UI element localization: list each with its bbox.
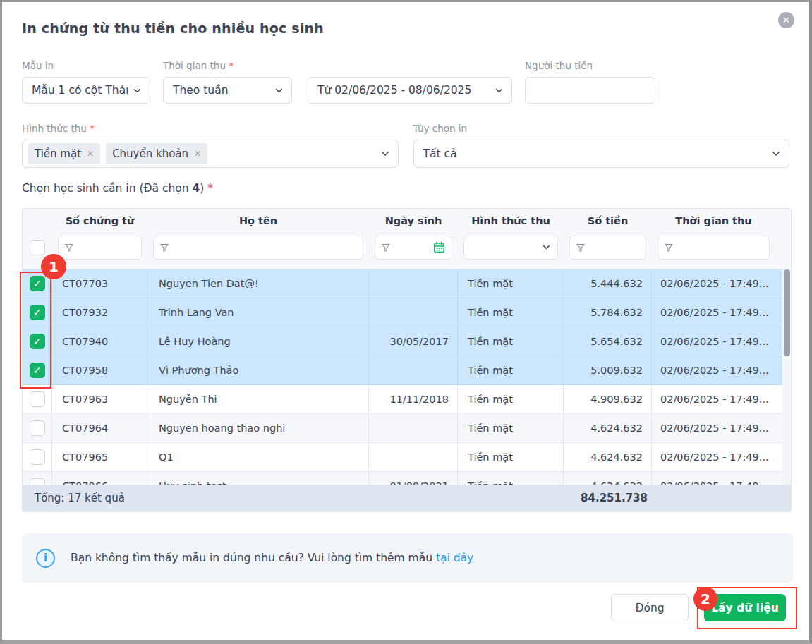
filter-icon [64, 243, 74, 253]
cell-receipt-code: CT07703 [52, 269, 147, 298]
row-checkbox[interactable] [30, 420, 45, 436]
cell-payment-method: Tiền mặt [458, 385, 564, 413]
filter-method-select[interactable] [463, 236, 558, 260]
collector-label: Người thu tiền [525, 60, 655, 71]
cell-dob [369, 269, 458, 298]
table-row[interactable]: CT07703 Nguyen Tien Dat@! Tiền mặt 5.444… [23, 269, 791, 298]
cell-dob [369, 414, 458, 442]
dialog-title: In chứng từ thu tiền cho nhiều học sinh [22, 20, 324, 36]
header-method: Hình thức thu [458, 215, 564, 226]
cell-receipt-code: CT07966 [52, 472, 147, 485]
print-option-label: Tùy chọn in [413, 123, 790, 134]
period-select[interactable]: Theo tuần [163, 77, 292, 104]
template-select[interactable]: Mẫu 1 có cột Tháng [22, 77, 150, 104]
cell-collect-time: 02/06/2025 - 17:49... [652, 443, 775, 471]
info-icon: i [36, 549, 55, 568]
cell-receipt-code: CT07965 [52, 443, 147, 471]
cell-receipt-code: CT07958 [52, 356, 147, 384]
row-checkbox[interactable] [30, 449, 45, 465]
row-checkbox[interactable] [30, 305, 45, 320]
header-code: Số chứng từ [52, 215, 147, 226]
template-label: Mẫu in [22, 60, 150, 71]
filter-code-input[interactable] [58, 236, 142, 260]
calendar-icon[interactable] [432, 241, 446, 254]
template-value: Mẫu 1 có cột Tháng [32, 84, 128, 97]
filter-time-input[interactable] [658, 236, 770, 260]
row-checkbox[interactable] [30, 276, 45, 291]
row-checkbox[interactable] [30, 478, 45, 485]
cell-student-name: Nguyen Tien Dat@! [147, 269, 369, 298]
payment-method-multiselect[interactable]: Tiền mặt ✕ Chuyển khoản ✕ [22, 140, 399, 168]
table-footer: Tổng: 17 kết quả 84.251.738 [23, 485, 791, 511]
table-row[interactable]: CT07964 Nguyen hoang thao nghi Tiền mặt … [23, 414, 791, 443]
row-checkbox[interactable] [30, 334, 45, 349]
cell-student-name: Nguyễn Thi [147, 385, 369, 413]
students-table: Số chứng từ Họ tên Ngày sinh Hình thức t… [22, 208, 792, 512]
form-row-2: Hình thức thu * Tiền mặt ✕ Chuyển khoản … [22, 123, 789, 168]
cell-dob: 01/09/2021 [369, 472, 458, 485]
filter-dob-input[interactable] [375, 236, 452, 260]
cell-payment-method: Tiền mặt [458, 327, 564, 356]
info-link[interactable]: tại đây [436, 552, 473, 564]
cell-student-name: Vì Phương Thảo [147, 356, 369, 384]
header-time: Thời gian thu [652, 215, 775, 226]
cell-student-name: Nguyen hoang thao nghi [147, 414, 369, 442]
cell-amount: 5.784.632 [564, 298, 652, 327]
header-name: Họ tên [147, 215, 369, 226]
close-button[interactable]: Đóng [611, 594, 689, 621]
cell-payment-method: Tiền mặt [458, 414, 564, 442]
chevron-down-icon [274, 85, 284, 96]
remove-tag-icon[interactable]: ✕ [194, 149, 201, 159]
date-range-select[interactable]: Từ 02/06/2025 - 08/06/2025 [308, 77, 512, 104]
cell-amount: 4.624.632 [564, 472, 652, 485]
chevron-down-icon [770, 148, 782, 159]
cell-payment-method: Tiền mặt [458, 356, 564, 384]
chevron-down-icon [380, 148, 391, 159]
collector-input[interactable] [525, 77, 655, 104]
dialog-header: In chứng từ thu tiền cho nhiều học sinh … [22, 20, 789, 36]
table-row[interactable]: CT07958 Vì Phương Thảo Tiền mặt 5.009.63… [23, 356, 791, 385]
filter-amount-input[interactable] [569, 236, 646, 260]
cell-dob [369, 443, 458, 471]
close-icon[interactable]: ✕ [778, 12, 794, 28]
print-option-select[interactable]: Tất cả [413, 140, 790, 168]
row-checkbox[interactable] [30, 391, 45, 407]
row-checkbox[interactable] [30, 363, 45, 378]
table-body: CT07703 Nguyen Tien Dat@! Tiền mặt 5.444… [23, 269, 791, 485]
print-option-value: Tất cả [423, 147, 767, 160]
cell-receipt-code: CT07964 [52, 414, 147, 442]
filter-name-input[interactable] [153, 236, 363, 260]
cell-receipt-code: CT07940 [52, 327, 147, 356]
tag-cash: Tiền mặt ✕ [28, 143, 100, 164]
remove-tag-icon[interactable]: ✕ [87, 149, 94, 159]
cell-amount: 5.009.632 [564, 356, 652, 384]
dialog-frame: In chứng từ thu tiền cho nhiều học sinh … [0, 0, 812, 644]
header-amount: Số tiền [564, 215, 652, 226]
total-amount: 84.251.738 [564, 492, 652, 504]
table-row[interactable]: CT07932 Trinh Lang Van Tiền mặt 5.784.63… [23, 298, 791, 327]
filter-icon [381, 243, 391, 253]
table-filter-row [23, 233, 791, 269]
select-all-checkbox[interactable] [30, 240, 45, 255]
cell-collect-time: 02/06/2025 - 17:49... [652, 298, 775, 327]
table-row[interactable]: CT07940 Lê Huy Hoàng 30/05/2017 Tiền mặt… [23, 327, 791, 356]
table-row[interactable]: CT07966 Huy sinh test 01/09/2021 Tiền mặ… [23, 472, 791, 485]
cell-payment-method: Tiền mặt [458, 472, 564, 485]
dialog-actions: Đóng Lấy dữ liệu [22, 594, 789, 621]
cell-dob: 30/05/2017 [369, 327, 458, 356]
cell-collect-time: 02/06/2025 - 17:49... [652, 414, 775, 442]
cell-dob [369, 298, 458, 327]
table-row[interactable]: CT07965 Q1 Tiền mặt 4.624.632 02/06/2025… [23, 443, 791, 472]
table-row[interactable]: CT07963 Nguyễn Thi 11/11/2018 Tiền mặt 4… [23, 385, 791, 414]
print-receipts-dialog: In chứng từ thu tiền cho nhiều học sinh … [2, 2, 809, 640]
cell-payment-method: Tiền mặt [458, 298, 564, 327]
filter-icon [664, 243, 674, 253]
cell-amount: 4.624.632 [564, 443, 652, 471]
cell-student-name: Huy sinh test [147, 472, 369, 485]
total-results: Tổng: 17 kết quả [23, 492, 125, 504]
scrollbar-thumb[interactable] [784, 269, 790, 356]
cell-payment-method: Tiền mặt [458, 443, 564, 471]
period-label: Thời gian thu * [163, 60, 292, 71]
vertical-scrollbar[interactable] [782, 269, 791, 485]
annotation-step-2: 2 [693, 587, 717, 611]
